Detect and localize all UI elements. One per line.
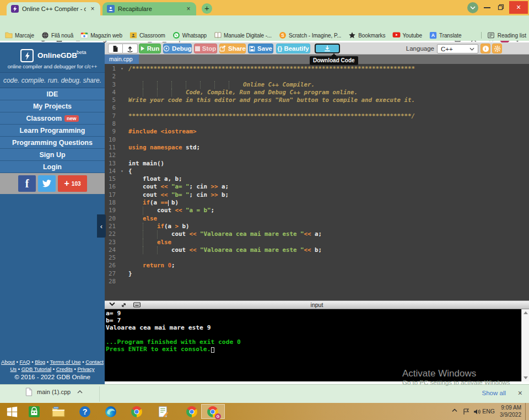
bookmark-item[interactable]: Youtube bbox=[392, 31, 422, 39]
tray-language[interactable]: ENG bbox=[482, 408, 495, 414]
footer-link[interactable]: Terms of Use bbox=[50, 359, 81, 365]
download-chevron-icon[interactable] bbox=[77, 390, 83, 394]
footer-link[interactable]: GDB Tutorial bbox=[21, 366, 51, 372]
debug-button[interactable]: Debug bbox=[163, 44, 192, 53]
new-file-button[interactable] bbox=[108, 44, 123, 53]
tray-clock[interactable]: 9:09 AM3/9/2022 bbox=[500, 405, 521, 418]
browser-tab-inactive[interactable]: Recapitulare × bbox=[102, 2, 196, 15]
language-select[interactable]: C++ bbox=[437, 44, 478, 53]
share-button[interactable]: Share bbox=[219, 44, 246, 53]
console-scrollbar[interactable] bbox=[521, 309, 529, 381]
editor-tab-main-cpp[interactable]: main.cpp bbox=[105, 55, 139, 64]
taskbar-edge[interactable] bbox=[104, 405, 117, 418]
download-code-button[interactable] bbox=[315, 44, 340, 53]
taskbar-chrome[interactable] bbox=[130, 405, 143, 418]
taskbar-chrome-active[interactable]: G bbox=[206, 405, 219, 418]
book-icon bbox=[214, 31, 222, 39]
fold-arrow-icon[interactable]: ▾ bbox=[116, 65, 128, 73]
sidebar-item-login[interactable]: Login bbox=[0, 161, 105, 173]
download-file-chip[interactable]: main (1).cpp bbox=[25, 387, 83, 396]
indent-guide bbox=[143, 81, 143, 89]
footer-link[interactable]: FAQ bbox=[20, 359, 30, 365]
profile-chevron-button[interactable] bbox=[467, 2, 478, 13]
line-number: 14 bbox=[105, 168, 116, 175]
fold-gutter bbox=[116, 152, 128, 159]
fold-gutter bbox=[116, 128, 128, 136]
taskbar-windows-store[interactable] bbox=[28, 405, 41, 418]
bookmark-label: Manuale Digitale -... bbox=[224, 33, 272, 39]
tab-close-icon[interactable]: × bbox=[89, 5, 96, 13]
facebook-button[interactable]: f bbox=[18, 175, 36, 192]
code-line: 12 bbox=[105, 152, 529, 159]
google-plus-button[interactable]: +103 bbox=[58, 175, 87, 192]
bookmark-item[interactable]: Classroom bbox=[129, 31, 165, 39]
line-number: 15 bbox=[105, 175, 116, 183]
file-icon bbox=[25, 387, 33, 396]
bookmark-item[interactable]: Marcaje bbox=[5, 31, 34, 39]
tray-flag-icon[interactable] bbox=[463, 408, 469, 415]
reading-list-icon bbox=[487, 31, 495, 39]
scroll-down-arrow[interactable] bbox=[523, 376, 528, 379]
line-number: 18 bbox=[105, 199, 116, 207]
profile-badge: G bbox=[215, 413, 221, 419]
sidebar-item-label: IDE bbox=[47, 90, 58, 98]
code-text: using namespace std; bbox=[128, 144, 200, 152]
settings-gear-button[interactable] bbox=[492, 44, 502, 53]
code-text: return 0; bbox=[128, 262, 175, 270]
sidebar-item-programming-questions[interactable]: Programming Questions bbox=[0, 137, 105, 149]
bookmark-item[interactable]: SScratch - Imagine, P... bbox=[279, 31, 341, 39]
sidebar-item-ide[interactable]: IDE bbox=[0, 88, 105, 100]
bookmark-item[interactable]: Filă nouă bbox=[41, 31, 73, 39]
console-resize-icon[interactable] bbox=[121, 302, 127, 308]
translate-icon: A bbox=[429, 31, 437, 39]
window-restore-button[interactable] bbox=[498, 4, 504, 10]
tray-chevron-icon[interactable] bbox=[452, 408, 457, 412]
sidebar-item-my-projects[interactable]: My Projects bbox=[0, 100, 105, 112]
bookmark-item[interactable]: Magazin web bbox=[80, 31, 122, 39]
tray-speaker-icon[interactable] bbox=[473, 408, 481, 415]
code-editor[interactable]: 1▾/*************************************… bbox=[105, 64, 529, 300]
sidebar-item-learn-programming[interactable]: Learn Programming bbox=[0, 125, 105, 137]
bookmark-item[interactable]: Bookmarks bbox=[348, 31, 385, 39]
info-button[interactable]: i bbox=[481, 44, 490, 53]
new-tab-button[interactable]: + bbox=[202, 3, 212, 14]
code-text: cout << "Valoarea cea mai mare este "<< … bbox=[128, 246, 322, 254]
downloads-close-icon[interactable]: × bbox=[518, 389, 522, 397]
window-minimize-button[interactable] bbox=[484, 7, 490, 8]
tab-close-icon[interactable]: × bbox=[185, 5, 192, 13]
reading-list-button[interactable]: Reading list bbox=[477, 30, 526, 41]
save-button[interactable]: Save bbox=[248, 44, 273, 53]
upload-button[interactable] bbox=[123, 44, 138, 53]
twitter-button[interactable] bbox=[38, 175, 56, 192]
code-text: #include <iostream> bbox=[128, 128, 197, 136]
taskbar-chrome[interactable] bbox=[185, 405, 198, 418]
run-button[interactable]: Run bbox=[139, 44, 161, 53]
taskbar-windows-start[interactable] bbox=[6, 405, 19, 418]
fold-arrow-icon[interactable]: ▾ bbox=[116, 168, 128, 175]
scroll-up-arrow[interactable] bbox=[523, 311, 528, 314]
taskbar-notes[interactable] bbox=[156, 405, 170, 418]
show-desktop-edge[interactable] bbox=[525, 403, 526, 420]
footer-link[interactable]: Credits bbox=[56, 366, 73, 372]
code-text: { bbox=[128, 168, 132, 175]
window-close-button[interactable]: × bbox=[509, 1, 528, 14]
bookmark-item[interactable]: Whatsapp bbox=[172, 31, 207, 39]
taskbar-file-explorer[interactable] bbox=[52, 405, 65, 418]
bookmark-item[interactable]: ATranslate bbox=[429, 31, 461, 39]
console-collapse-icon[interactable] bbox=[109, 302, 115, 306]
beautify-button[interactable]: {} Beautify bbox=[276, 44, 310, 53]
taskbar-help[interactable]: ? bbox=[78, 405, 91, 418]
bookmark-item[interactable]: Manuale Digitale -... bbox=[214, 31, 272, 39]
code-line: 23 else bbox=[105, 239, 529, 246]
stop-button[interactable]: Stop bbox=[194, 44, 217, 53]
fold-gutter bbox=[116, 96, 128, 104]
console-keyboard-icon[interactable] bbox=[133, 302, 141, 308]
sidebar-item-sign-up[interactable]: Sign Up bbox=[0, 149, 105, 161]
footer-link[interactable]: Blog bbox=[35, 359, 45, 365]
sidebar-item-classroom[interactable]: Classroomnew bbox=[0, 112, 105, 125]
sidebar-collapse-handle[interactable]: ‹ bbox=[97, 214, 106, 238]
browser-tab-active[interactable]: Online C++ Compiler - online ed × bbox=[7, 2, 100, 15]
footer-link[interactable]: Privacy bbox=[77, 366, 94, 372]
show-all-button[interactable]: Show all bbox=[482, 390, 506, 396]
footer-link[interactable]: About bbox=[1, 359, 15, 365]
